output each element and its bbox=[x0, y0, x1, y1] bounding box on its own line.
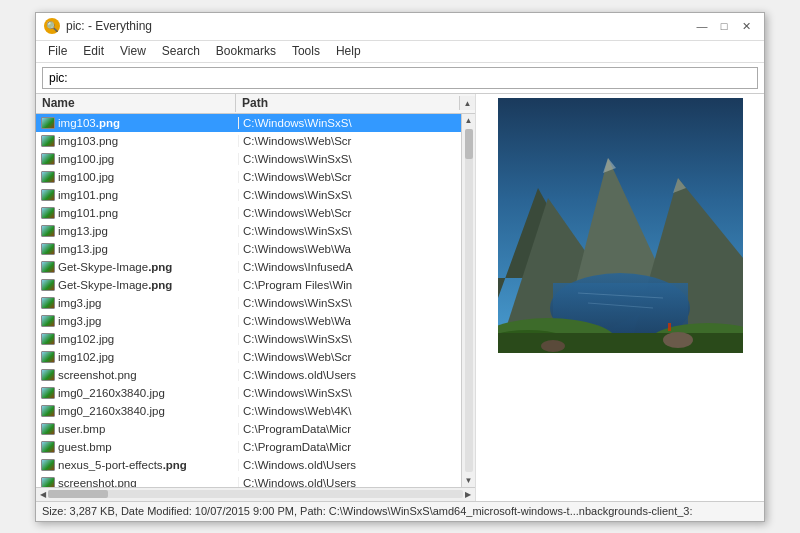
h-scroll-track bbox=[48, 490, 463, 498]
file-path: C:\Windows\Web\4K\ bbox=[238, 405, 461, 417]
table-row[interactable]: screenshot.pngC:\Windows.old\Users bbox=[36, 366, 461, 384]
svg-point-16 bbox=[541, 340, 565, 352]
file-icon bbox=[40, 296, 56, 310]
preview-area bbox=[476, 94, 764, 501]
menu-item-view[interactable]: View bbox=[112, 42, 154, 60]
file-path: C:\Windows\WinSxS\ bbox=[238, 297, 461, 309]
table-row[interactable]: screenshot.pngC:\Windows.old\Users bbox=[36, 474, 461, 487]
file-name: img103.png bbox=[58, 117, 238, 129]
svg-rect-14 bbox=[498, 333, 743, 353]
file-path: C:\Windows\WinSxS\ bbox=[238, 387, 461, 399]
menu-bar: FileEditViewSearchBookmarksToolsHelp bbox=[36, 41, 764, 63]
menu-item-edit[interactable]: Edit bbox=[75, 42, 112, 60]
file-path: C:\Program Files\Win bbox=[238, 279, 461, 291]
file-name: img3.jpg bbox=[58, 315, 238, 327]
maximize-button[interactable]: □ bbox=[714, 17, 734, 35]
file-icon bbox=[40, 134, 56, 148]
h-scroll-left[interactable]: ◀ bbox=[38, 490, 48, 499]
svg-point-15 bbox=[663, 332, 693, 348]
file-icon bbox=[40, 116, 56, 130]
file-icon bbox=[40, 206, 56, 220]
table-row[interactable]: img101.pngC:\Windows\Web\Scr bbox=[36, 204, 461, 222]
app-icon: 🔍 bbox=[44, 18, 60, 34]
scroll-up-btn[interactable]: ▲ bbox=[465, 114, 473, 127]
file-icon bbox=[40, 350, 56, 364]
window-controls: — □ ✕ bbox=[692, 17, 756, 35]
file-path: C:\Windows\Web\Wa bbox=[238, 243, 461, 255]
file-name: img100.jpg bbox=[58, 153, 238, 165]
v-scroll-thumb[interactable] bbox=[465, 129, 473, 159]
vertical-scrollbar[interactable]: ▲ ▼ bbox=[461, 114, 475, 487]
file-icon bbox=[40, 152, 56, 166]
file-name: Get-Skype-Image.png bbox=[58, 261, 238, 273]
file-path: C:\Windows\InfusedA bbox=[238, 261, 461, 273]
menu-item-help[interactable]: Help bbox=[328, 42, 369, 60]
file-path: C:\Windows\WinSxS\ bbox=[238, 117, 461, 129]
file-path: C:\ProgramData\Micr bbox=[238, 441, 461, 453]
table-row[interactable]: img103.pngC:\Windows\WinSxS\ bbox=[36, 114, 461, 132]
file-path: C:\Windows\Web\Scr bbox=[238, 207, 461, 219]
file-name: screenshot.png bbox=[58, 369, 238, 381]
file-path: C:\ProgramData\Micr bbox=[238, 423, 461, 435]
file-icon bbox=[40, 404, 56, 418]
table-row[interactable]: nexus_5-port-effects.pngC:\Windows.old\U… bbox=[36, 456, 461, 474]
menu-item-bookmarks[interactable]: Bookmarks bbox=[208, 42, 284, 60]
menu-item-file[interactable]: File bbox=[40, 42, 75, 60]
file-icon bbox=[40, 278, 56, 292]
file-path: C:\Windows\WinSxS\ bbox=[238, 333, 461, 345]
file-name: img101.png bbox=[58, 189, 238, 201]
file-icon bbox=[40, 476, 56, 487]
close-button[interactable]: ✕ bbox=[736, 17, 756, 35]
file-icon bbox=[40, 458, 56, 472]
search-input[interactable] bbox=[42, 67, 758, 89]
file-path: C:\Windows\Web\Wa bbox=[238, 315, 461, 327]
list-with-scrollbar: img103.pngC:\Windows\WinSxS\img103.pngC:… bbox=[36, 114, 475, 487]
file-icon bbox=[40, 368, 56, 382]
scroll-down-btn[interactable]: ▼ bbox=[465, 474, 473, 487]
table-row[interactable]: img3.jpgC:\Windows\WinSxS\ bbox=[36, 294, 461, 312]
status-text: Size: 3,287 KB, Date Modified: 10/07/201… bbox=[42, 505, 693, 517]
table-row[interactable]: Get-Skype-Image.pngC:\Program Files\Win bbox=[36, 276, 461, 294]
file-name: img101.png bbox=[58, 207, 238, 219]
file-icon bbox=[40, 242, 56, 256]
file-name: guest.bmp bbox=[58, 441, 238, 453]
table-row[interactable]: img103.pngC:\Windows\Web\Scr bbox=[36, 132, 461, 150]
file-icon bbox=[40, 170, 56, 184]
table-row[interactable]: Get-Skype-Image.pngC:\Windows\InfusedA bbox=[36, 258, 461, 276]
file-name: img0_2160x3840.jpg bbox=[58, 387, 238, 399]
file-list-container: Name Path ▲ img103.pngC:\Windows\WinSxS\… bbox=[36, 94, 476, 501]
header-scroll-area: ▲ bbox=[459, 96, 475, 110]
table-row[interactable]: img3.jpgC:\Windows\Web\Wa bbox=[36, 312, 461, 330]
table-row[interactable]: img102.jpgC:\Windows\WinSxS\ bbox=[36, 330, 461, 348]
table-row[interactable]: img0_2160x3840.jpgC:\Windows\Web\4K\ bbox=[36, 402, 461, 420]
h-scroll-right[interactable]: ▶ bbox=[463, 490, 473, 499]
table-row[interactable]: img102.jpgC:\Windows\Web\Scr bbox=[36, 348, 461, 366]
horizontal-scrollbar: ◀ ▶ bbox=[36, 487, 475, 501]
menu-item-tools[interactable]: Tools bbox=[284, 42, 328, 60]
file-icon bbox=[40, 188, 56, 202]
file-name: img13.jpg bbox=[58, 243, 238, 255]
h-scroll-thumb[interactable] bbox=[48, 490, 108, 498]
table-row[interactable]: img0_2160x3840.jpgC:\Windows\WinSxS\ bbox=[36, 384, 461, 402]
minimize-button[interactable]: — bbox=[692, 17, 712, 35]
file-icon bbox=[40, 314, 56, 328]
table-row[interactable]: img101.pngC:\Windows\WinSxS\ bbox=[36, 186, 461, 204]
file-list: img103.pngC:\Windows\WinSxS\img103.pngC:… bbox=[36, 114, 461, 487]
window-title: pic: - Everything bbox=[66, 19, 692, 33]
landscape-svg bbox=[498, 98, 743, 353]
table-row[interactable]: guest.bmpC:\ProgramData\Micr bbox=[36, 438, 461, 456]
file-icon bbox=[40, 386, 56, 400]
svg-rect-17 bbox=[668, 323, 671, 331]
table-row[interactable]: img100.jpgC:\Windows\WinSxS\ bbox=[36, 150, 461, 168]
table-row[interactable]: user.bmpC:\ProgramData\Micr bbox=[36, 420, 461, 438]
table-row[interactable]: img13.jpgC:\Windows\WinSxS\ bbox=[36, 222, 461, 240]
file-icon bbox=[40, 260, 56, 274]
menu-item-search[interactable]: Search bbox=[154, 42, 208, 60]
file-name: img102.jpg bbox=[58, 333, 238, 345]
content-area: Name Path ▲ img103.pngC:\Windows\WinSxS\… bbox=[36, 94, 764, 501]
col-name-header: Name bbox=[36, 94, 236, 112]
table-row[interactable]: img100.jpgC:\Windows\Web\Scr bbox=[36, 168, 461, 186]
file-icon bbox=[40, 440, 56, 454]
scroll-up-arrow[interactable]: ▲ bbox=[461, 96, 475, 110]
table-row[interactable]: img13.jpgC:\Windows\Web\Wa bbox=[36, 240, 461, 258]
